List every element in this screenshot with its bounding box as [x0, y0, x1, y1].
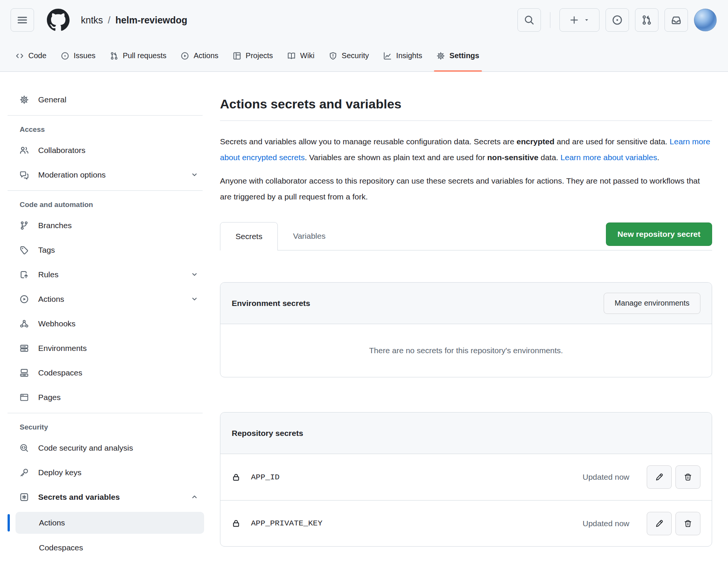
page-title: Actions secrets and variables: [220, 97, 712, 121]
pencil-icon: [655, 519, 663, 528]
git-branch-icon: [20, 221, 29, 230]
intro-text: .: [657, 153, 659, 162]
sidebar-item-actions[interactable]: Actions: [10, 289, 204, 309]
key-icon: [20, 468, 29, 477]
tab-projects[interactable]: Projects: [226, 40, 280, 71]
settings-sidebar: General Access Collaborators Moderation …: [0, 72, 214, 584]
secret-row: APP_ID Updated now: [220, 454, 712, 500]
secret-row-actions: [647, 465, 700, 489]
tab-label: Actions: [194, 51, 218, 60]
server-icon: [20, 344, 29, 353]
tab-code[interactable]: Code: [8, 40, 54, 71]
breadcrumb-repo-link[interactable]: helm-reviewdog: [115, 15, 187, 26]
sidebar-item-general[interactable]: General: [10, 90, 204, 109]
sidebar-item-rules[interactable]: Rules: [10, 265, 204, 284]
sidebar-section-code-automation: Code and automation: [10, 201, 204, 209]
intro-bold-non-sensitive: non-sensitive: [487, 153, 538, 162]
webhook-icon: [20, 319, 29, 328]
intro-bold-encrypted: encrypted: [516, 137, 554, 146]
comment-discussion-icon: [20, 170, 29, 179]
sidebar-section-access: Access: [10, 125, 204, 134]
learn-more-variables-link[interactable]: Learn more about variables: [561, 153, 657, 162]
intro-text: and are used for sensitive data.: [555, 137, 670, 146]
git-pull-request-icon: [110, 52, 118, 60]
tab-insights[interactable]: Insights: [376, 40, 429, 71]
tab-secrets[interactable]: Secrets: [220, 222, 278, 250]
tab-variables[interactable]: Variables: [278, 222, 341, 250]
new-repository-secret-button[interactable]: New repository secret: [606, 222, 712, 246]
tab-settings[interactable]: Settings: [429, 40, 486, 71]
sidebar-item-label: Moderation options: [38, 170, 106, 179]
tab-issues[interactable]: Issues: [54, 40, 103, 71]
breadcrumb: kntks / helm-reviewdog: [81, 15, 187, 26]
repository-secrets-header: Repository secrets: [220, 413, 712, 454]
delete-secret-button[interactable]: [675, 512, 700, 535]
graph-icon: [383, 52, 392, 60]
issue-opened-icon: [612, 15, 623, 25]
sidebar-item-deploy-keys[interactable]: Deploy keys: [10, 463, 204, 482]
tab-label: Issues: [74, 51, 96, 60]
tab-label: Security: [342, 51, 369, 60]
sidebar-item-tags[interactable]: Tags: [10, 240, 204, 260]
sidebar-item-label: Pages: [38, 393, 61, 402]
intro-text: . Variables are shown as plain text and …: [305, 153, 487, 162]
tab-wiki[interactable]: Wiki: [280, 40, 322, 71]
tab-label: Wiki: [300, 51, 314, 60]
chevron-down-icon: [191, 271, 198, 278]
sidebar-item-moderation-options[interactable]: Moderation options: [10, 165, 204, 184]
chevron-down-icon: [191, 171, 198, 178]
intro-text: Secrets and variables allow you to manag…: [220, 137, 516, 146]
sidebar-item-branches[interactable]: Branches: [10, 216, 204, 235]
sidebar-subitem-codespaces[interactable]: Codespaces: [15, 537, 204, 559]
github-logo[interactable]: [47, 9, 70, 31]
search-button[interactable]: [517, 8, 541, 32]
manage-environments-button[interactable]: Manage environments: [604, 293, 700, 314]
tab-label: Projects: [246, 51, 273, 60]
inbox-icon: [671, 15, 682, 25]
app-header: kntks / helm-reviewdog: [0, 0, 728, 40]
github-mark-icon: [47, 9, 70, 31]
sidebar-item-label: Environments: [38, 344, 87, 353]
breadcrumb-separator: /: [108, 15, 110, 26]
sidebar-item-label: Collaborators: [38, 146, 85, 155]
trash-icon: [684, 473, 692, 481]
repository-secrets-card: Repository secrets APP_ID Updated now AP…: [220, 412, 712, 547]
gear-icon: [437, 52, 445, 60]
sidebar-item-code-security[interactable]: Code security and analysis: [10, 438, 204, 457]
sidebar-item-webhooks[interactable]: Webhooks: [10, 314, 204, 333]
sidebar-subitem-actions[interactable]: Actions: [15, 512, 204, 534]
secret-updated-timestamp: Updated now: [582, 519, 629, 528]
sidebar-item-collaborators[interactable]: Collaborators: [10, 141, 204, 160]
avatar[interactable]: [694, 9, 717, 31]
tab-actions[interactable]: Actions: [173, 40, 226, 71]
breadcrumb-owner-link[interactable]: kntks: [81, 15, 103, 26]
sidebar-item-label: Branches: [38, 221, 72, 230]
tab-security[interactable]: Security: [322, 40, 376, 71]
caret-down-icon: [584, 17, 590, 23]
secret-name: APP_PRIVATE_KEY: [251, 519, 322, 528]
shield-icon: [329, 52, 337, 60]
sidebar-item-environments[interactable]: Environments: [10, 338, 204, 358]
edit-secret-button[interactable]: [647, 465, 672, 489]
environment-secrets-title: Environment secrets: [232, 299, 310, 308]
delete-secret-button[interactable]: [675, 465, 700, 489]
sidebar-divider: [8, 115, 203, 116]
pull-requests-header-button[interactable]: [635, 8, 658, 32]
gear-icon: [20, 95, 29, 104]
sidebar-item-secrets-and-variables[interactable]: Secrets and variables: [10, 487, 204, 507]
tab-label: Settings: [449, 51, 479, 60]
header-divider: [550, 12, 550, 28]
search-icon: [524, 15, 534, 25]
sidebar-item-pages[interactable]: Pages: [10, 388, 204, 407]
inbox-button[interactable]: [664, 8, 688, 32]
sidebar-item-codespaces[interactable]: Codespaces: [10, 363, 204, 382]
secret-row-actions: [647, 512, 700, 535]
edit-secret-button[interactable]: [647, 512, 672, 535]
tab-label: Pull requests: [123, 51, 167, 60]
hamburger-menu-button[interactable]: [11, 8, 34, 32]
codescan-icon: [20, 443, 29, 453]
issues-header-button[interactable]: [606, 8, 629, 32]
intro-text: data.: [538, 153, 560, 162]
tab-pull-requests[interactable]: Pull requests: [103, 40, 174, 71]
create-new-button[interactable]: [559, 8, 599, 32]
